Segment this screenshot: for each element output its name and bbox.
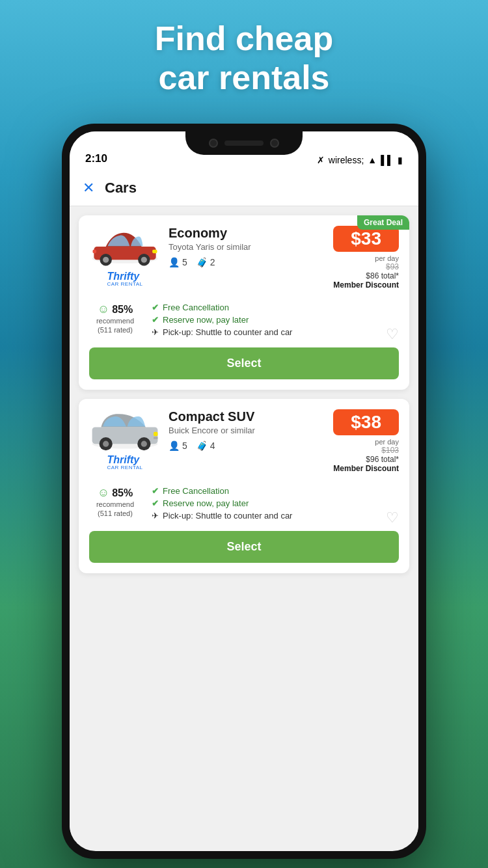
- original-price-suv: $103: [333, 446, 399, 455]
- svg-rect-14: [154, 432, 157, 436]
- card-bottom-economy: ☺ 85% recommend (511 rated) ✔ Free Cance…: [79, 297, 409, 347]
- bag-icon: 🧳: [197, 257, 208, 267]
- plane-icon-economy: ✈: [152, 327, 159, 337]
- content-area[interactable]: Great Deal: [70, 206, 418, 841]
- notch: [185, 131, 303, 155]
- svg-point-11: [103, 441, 109, 447]
- price-area-economy: $33 per day $93 $86 total* Member Discou…: [333, 226, 399, 290]
- camera-icon: [209, 139, 218, 148]
- wifi-icon: wireless;: [329, 155, 364, 165]
- check-icon-1-economy: ✔: [152, 303, 159, 312]
- hero-line1: Find cheap: [0, 20, 488, 59]
- car-specs-economy: 👤 5 🧳 2: [169, 257, 325, 267]
- header-title: Cars: [105, 180, 137, 197]
- person-icon-suv: 👤: [169, 441, 180, 451]
- car-card-compact-suv: Thrifty Car Rental Compact SUV Buick Enc…: [79, 399, 409, 573]
- heart-icon-economy[interactable]: ♡: [386, 326, 399, 343]
- feature1-economy: ✔ Free Cancellation: [152, 303, 399, 312]
- rating-pct-economy: 85%: [112, 304, 133, 316]
- battery-icon: ▮: [398, 155, 403, 165]
- rating-area-suv: ☺ 85% recommend (511 rated): [89, 486, 141, 521]
- seats-spec-economy: 👤 5: [169, 257, 187, 267]
- close-button[interactable]: ✕: [83, 180, 94, 197]
- car-svg-suv: [89, 409, 161, 451]
- svg-rect-6: [152, 250, 157, 253]
- total-price-suv: $96 total*: [333, 455, 399, 464]
- rating-pct-suv: 85%: [112, 487, 133, 499]
- check-icon-2-economy: ✔: [152, 315, 159, 325]
- smiley-icon-economy: ☺: [98, 303, 109, 316]
- speaker-icon: [224, 141, 264, 146]
- car-card-economy: Great Deal: [79, 215, 409, 390]
- bag-icon-suv: 🧳: [197, 441, 208, 451]
- bluetooth-icon: ✗: [317, 155, 325, 165]
- status-time: 2:10: [85, 152, 107, 165]
- camera-icon-2: [270, 139, 279, 148]
- heart-icon-suv[interactable]: ♡: [386, 509, 399, 526]
- check-icon-1-suv: ✔: [152, 486, 159, 496]
- hero-text: Find cheap car rentals: [0, 20, 488, 98]
- check-icon-2-suv: ✔: [152, 498, 159, 508]
- plane-icon-suv: ✈: [152, 511, 159, 521]
- select-button-suv[interactable]: Select: [89, 531, 399, 563]
- car-svg-economy: [89, 226, 161, 267]
- per-day-economy: per day: [333, 254, 399, 262]
- member-discount-suv: Member Discount: [333, 464, 399, 473]
- car-specs-suv: 👤 5 🧳 4: [169, 441, 325, 451]
- car-model-economy: Toyota Yaris or similar: [169, 242, 325, 252]
- car-model-suv: Buick Encore or similar: [169, 426, 325, 435]
- signal-icon: ▌▌: [381, 155, 394, 165]
- status-icons: ✗ wireless; ▲ ▌▌ ▮: [317, 155, 403, 165]
- car-image-suv: Thrifty Car Rental: [89, 409, 161, 470]
- card-bottom-suv: ☺ 85% recommend (511 rated) ✔ Free Cance…: [79, 481, 409, 531]
- car-image-economy: Thrifty Car Rental: [89, 226, 161, 287]
- member-discount-economy: Member Discount: [333, 280, 399, 290]
- feature2-suv: ✔ Reserve now, pay later: [152, 498, 399, 508]
- total-price-economy: $86 total*: [333, 271, 399, 280]
- phone-screen: 2:10 ✗ wireless; ▲ ▌▌ ▮ ✕ Cars Great Dea…: [70, 131, 418, 851]
- brand-logo-economy: Thrifty Car Rental: [107, 271, 142, 287]
- person-icon: 👤: [169, 257, 180, 267]
- recommend-text-suv: recommend (511 rated): [96, 500, 134, 519]
- car-type-economy: Economy: [169, 226, 325, 241]
- select-button-economy[interactable]: Select: [89, 347, 399, 379]
- bags-spec-suv: 🧳 4: [197, 441, 215, 451]
- pickup-economy: ✈ Pick-up: Shuttle to counter and car: [152, 327, 399, 337]
- phone-frame: 2:10 ✗ wireless; ▲ ▌▌ ▮ ✕ Cars Great Dea…: [62, 124, 426, 859]
- pickup-suv: ✈ Pick-up: Shuttle to counter and car: [152, 511, 399, 521]
- car-info-suv: Compact SUV Buick Encore or similar 👤 5 …: [169, 409, 325, 451]
- seats-spec-suv: 👤 5: [169, 441, 187, 451]
- per-day-suv: per day: [333, 438, 399, 446]
- svg-rect-15: [154, 437, 157, 439]
- smiley-icon-suv: ☺: [98, 486, 109, 500]
- svg-rect-7: [93, 250, 96, 253]
- price-box-suv: $38: [333, 409, 399, 435]
- svg-point-13: [141, 441, 147, 447]
- card-top-suv: Thrifty Car Rental Compact SUV Buick Enc…: [79, 399, 409, 481]
- price-area-suv: $38 per day $103 $96 total* Member Disco…: [333, 409, 399, 473]
- hero-line2: car rentals: [0, 59, 488, 98]
- wifi-icon: ▲: [368, 155, 377, 165]
- feature2-economy: ✔ Reserve now, pay later: [152, 315, 399, 325]
- price-box-economy: $33: [333, 226, 399, 252]
- bags-spec-economy: 🧳 2: [197, 257, 215, 267]
- original-price-economy: $93: [333, 262, 399, 271]
- car-type-suv: Compact SUV: [169, 409, 325, 424]
- status-bar: 2:10 ✗ wireless; ▲ ▌▌ ▮: [70, 131, 418, 170]
- great-deal-badge: Great Deal: [357, 215, 409, 230]
- rating-area-economy: ☺ 85% recommend (511 rated): [89, 303, 141, 337]
- features-area-economy: ✔ Free Cancellation ✔ Reserve now, pay l…: [152, 303, 399, 337]
- brand-logo-suv: Thrifty Car Rental: [107, 455, 142, 470]
- features-area-suv: ✔ Free Cancellation ✔ Reserve now, pay l…: [152, 486, 399, 521]
- feature1-suv: ✔ Free Cancellation: [152, 486, 399, 496]
- car-info-economy: Economy Toyota Yaris or similar 👤 5 🧳 2: [169, 226, 325, 267]
- recommend-text-economy: recommend (511 rated): [96, 316, 134, 335]
- app-header: ✕ Cars: [70, 170, 418, 206]
- svg-point-3: [103, 257, 109, 263]
- svg-point-5: [141, 257, 147, 263]
